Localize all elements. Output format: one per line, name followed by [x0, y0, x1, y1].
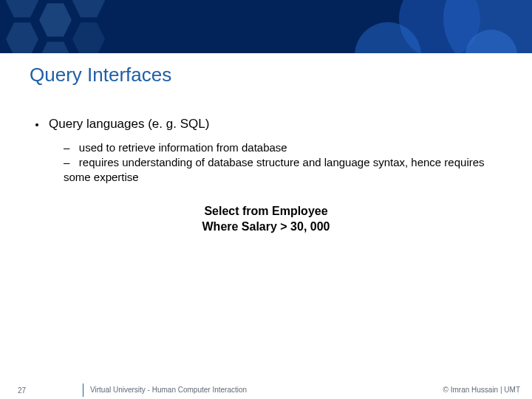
- sub-bullet-text: requires understanding of database struc…: [64, 156, 485, 183]
- slide: Query Interfaces Query languages (e. g. …: [0, 0, 532, 399]
- code-line: Select from Employee: [0, 204, 532, 219]
- hex-decoration: [39, 40, 72, 53]
- hex-decoration: [39, 1, 72, 38]
- bullet-dot-icon: [35, 123, 38, 126]
- footer-center-text: Virtual University - Human Computer Inte…: [90, 386, 247, 394]
- code-example: Select from Employee Where Salary > 30, …: [0, 204, 532, 235]
- bullet-main: Query languages (e. g. SQL): [35, 117, 209, 132]
- page-number: 27: [18, 386, 26, 395]
- bullet-main-text: Query languages (e. g. SQL): [49, 117, 209, 131]
- footer-right-text: © Imran Hussain | UMT: [443, 386, 520, 394]
- code-line: Where Salary > 30, 000: [0, 219, 532, 235]
- slide-title: Query Interfaces: [30, 64, 171, 86]
- hex-decoration: [72, 0, 105, 19]
- hex-decoration: [72, 21, 105, 53]
- footer: 27 Virtual University - Human Computer I…: [0, 380, 532, 399]
- sub-bullet: – requires understanding of database str…: [64, 155, 502, 184]
- header-bar: [0, 0, 532, 53]
- footer-separator: [83, 383, 83, 397]
- sub-bullet: – used to retrieve information from data…: [64, 140, 502, 155]
- hex-decoration: [6, 0, 38, 19]
- hex-decoration: [6, 21, 38, 53]
- sub-bullet-text: used to retrieve information from databa…: [79, 141, 287, 154]
